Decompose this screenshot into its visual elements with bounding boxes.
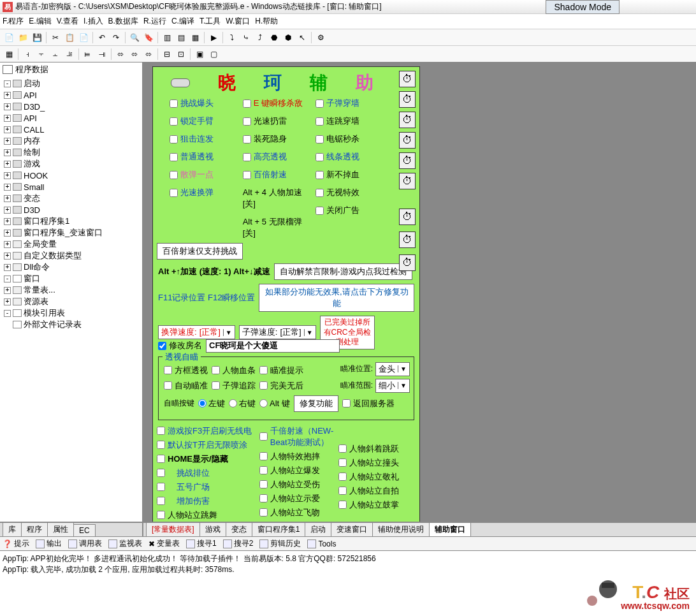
expander-icon[interactable]: + bbox=[4, 264, 11, 271]
calltable-button[interactable]: 调用表 bbox=[68, 538, 102, 549]
step-over-button[interactable]: ⤵ bbox=[226, 31, 238, 44]
option-checkbox[interactable]: 人物站立跳舞 bbox=[157, 510, 257, 521]
option-checkbox[interactable]: 普通透视 bbox=[170, 151, 238, 163]
menu-database[interactable]: B.数据库 bbox=[108, 16, 138, 27]
shadow-mode-button[interactable]: Shadow Mode bbox=[546, 0, 620, 14]
align-left-button[interactable]: ⫞ bbox=[21, 48, 34, 61]
aim-pos-combo[interactable]: 金头▼ bbox=[375, 362, 410, 376]
option-checkbox[interactable]: 人物血条 bbox=[212, 365, 256, 376]
tab-library[interactable]: 库 bbox=[3, 522, 22, 536]
tree-item[interactable]: -模块引用表 bbox=[4, 307, 142, 319]
step-out-button[interactable]: ⤴ bbox=[254, 31, 266, 44]
timer-icon[interactable]: ⏱ bbox=[399, 231, 416, 248]
option-checkbox[interactable]: 人物站立敬礼 bbox=[338, 471, 416, 483]
expander-icon[interactable]: + bbox=[4, 149, 11, 156]
tab-ec[interactable]: EC bbox=[73, 524, 96, 536]
cliphistory-button[interactable]: 剪辑历史 bbox=[259, 538, 301, 549]
timer-icon[interactable]: ⏱ bbox=[399, 91, 416, 108]
menu-edit[interactable]: E.编辑 bbox=[29, 16, 51, 27]
option-checkbox[interactable]: 自动瞄准 bbox=[164, 380, 208, 392]
same-size-button[interactable]: ⬄ bbox=[142, 48, 155, 61]
expander-icon[interactable]: + bbox=[4, 161, 11, 168]
panel1-button[interactable]: ▥ bbox=[161, 31, 173, 44]
option-checkbox[interactable]: 人物站立鼓掌 bbox=[338, 499, 416, 511]
editor-tab[interactable]: 辅助窗口 bbox=[429, 522, 471, 536]
option-checkbox[interactable]: 人物站立自拍 bbox=[338, 485, 416, 497]
tree-item[interactable]: +自定义数据类型 bbox=[4, 250, 142, 261]
new-button[interactable]: 📄 bbox=[3, 31, 15, 44]
open-button[interactable]: 📁 bbox=[17, 31, 29, 44]
tree-item[interactable]: +资源表 bbox=[4, 296, 142, 307]
auto-unban-button[interactable]: 自动解禁言限制-游戏内点我过检测 bbox=[274, 263, 412, 280]
form-designer[interactable]: 晓 珂 辅 助 ⏱ ⏱ ⏱ ⏱ ⏱ ⏱ ⏱ ⏱ ⏱ 挑战爆 bbox=[143, 62, 696, 522]
aim-radio-alt[interactable]: Alt 键 bbox=[259, 398, 290, 409]
option-checkbox[interactable]: 默认按T开启无限喷涂 bbox=[157, 439, 257, 451]
tree-item[interactable]: +API bbox=[4, 112, 142, 124]
option-checkbox[interactable]: 挑战爆头 bbox=[170, 98, 238, 109]
tree-item[interactable]: +窗口程序集_变速窗口 bbox=[4, 227, 142, 238]
option-checkbox[interactable]: 光速换弹 bbox=[170, 187, 238, 198]
form-canvas[interactable]: 晓 珂 辅 助 ⏱ ⏱ ⏱ ⏱ ⏱ ⏱ ⏱ ⏱ ⏱ 挑战爆 bbox=[152, 66, 420, 522]
option-checkbox[interactable]: 人物站立飞吻 bbox=[259, 507, 337, 518]
expander-icon[interactable]: - bbox=[4, 80, 11, 87]
timer-icon[interactable]: ⏱ bbox=[399, 71, 416, 87]
tree-item[interactable]: +内存 bbox=[4, 135, 142, 147]
option-checkbox[interactable]: 高亮透视 bbox=[243, 151, 311, 163]
editor-tab[interactable]: 辅助使用说明 bbox=[372, 522, 430, 536]
expander-icon[interactable]: + bbox=[4, 126, 11, 133]
option-checkbox[interactable]: 装死隐身 bbox=[243, 133, 311, 145]
modify-room-checkbox[interactable]: 修改房名 bbox=[158, 340, 202, 351]
align-bottom-button[interactable]: ⫡ bbox=[63, 48, 76, 61]
timer-icon[interactable]: ⏱ bbox=[399, 254, 416, 271]
align-right-button[interactable]: ⫟ bbox=[35, 48, 48, 61]
watch-button[interactable]: 监视表 bbox=[108, 538, 142, 549]
option-checkbox[interactable]: 方框透视 bbox=[164, 365, 208, 376]
copy-button[interactable]: 📋 bbox=[63, 31, 76, 44]
editor-tab[interactable]: 启动 bbox=[305, 522, 331, 536]
stop-button[interactable]: ⬢ bbox=[282, 31, 294, 44]
cut-button[interactable]: ✂ bbox=[49, 31, 62, 44]
expander-icon[interactable]: + bbox=[4, 103, 11, 110]
tree-item[interactable]: +D3D bbox=[4, 204, 142, 216]
tree-item[interactable]: +常量表... bbox=[4, 284, 142, 296]
expander-icon[interactable]: + bbox=[4, 287, 11, 294]
editor-tab[interactable]: 窗口程序集1 bbox=[252, 522, 306, 536]
option-checkbox[interactable]: 游戏按F3开启刷无线电 bbox=[157, 425, 257, 437]
option-checkbox[interactable]: 光速扔雷 bbox=[243, 115, 311, 127]
fix-hint-button[interactable]: 如果部分功能无效果,请点击下方修复功能 bbox=[259, 284, 414, 312]
tree-item[interactable]: +Dll命令 bbox=[4, 261, 142, 273]
option-checkbox[interactable]: 连跳穿墙 bbox=[315, 115, 384, 127]
menu-view[interactable]: V.查看 bbox=[57, 16, 78, 27]
step-into-button[interactable]: ⤷ bbox=[240, 31, 252, 44]
undo-button[interactable]: ↶ bbox=[96, 31, 108, 44]
option-checkbox[interactable]: 子弹穿墙 bbox=[315, 98, 384, 109]
expander-icon[interactable]: + bbox=[4, 241, 11, 248]
option-checkbox[interactable]: 完美无后 bbox=[259, 380, 303, 392]
tree-item[interactable]: +绘制 bbox=[4, 147, 142, 158]
expander-icon[interactable]: + bbox=[4, 298, 11, 305]
vartable-button[interactable]: ✖变量表 bbox=[149, 538, 180, 549]
paste-button[interactable]: 📄 bbox=[77, 31, 90, 44]
reload-speed-combo[interactable]: 换弹速度: [正常] ▼ bbox=[158, 325, 235, 339]
search1-button[interactable]: 搜寻1 bbox=[186, 538, 217, 549]
bullet-speed-combo[interactable]: 子弹速度: [正常] ▼ bbox=[239, 325, 316, 339]
option-checkbox[interactable]: 关闭广告 bbox=[315, 205, 384, 216]
find-button[interactable]: 🔍 bbox=[128, 31, 141, 44]
option-checkbox[interactable]: 千倍射速（NEW-Beat功能测试） bbox=[259, 425, 337, 448]
timer-icon[interactable]: ⏱ bbox=[399, 112, 416, 128]
tree-item[interactable]: +Small bbox=[4, 181, 142, 193]
same-width-button[interactable]: ⬄ bbox=[114, 48, 127, 61]
option-checkbox[interactable]: 人物站立示爱 bbox=[259, 493, 337, 504]
option-checkbox[interactable]: 锁定手臂 bbox=[170, 115, 238, 127]
tools-button[interactable]: Tools bbox=[307, 539, 336, 548]
aim-range-combo[interactable]: 细小▼ bbox=[375, 379, 410, 393]
editor-tab[interactable]: 游戏 bbox=[199, 522, 226, 536]
tab-program[interactable]: 程序 bbox=[21, 522, 48, 536]
option-checkbox[interactable]: 瞄准提示 bbox=[259, 365, 303, 376]
option-checkbox[interactable]: 挑战排位 bbox=[157, 467, 257, 479]
hspread-button[interactable]: ⫢ bbox=[82, 48, 94, 61]
expander-icon[interactable]: - bbox=[4, 275, 11, 282]
cursor-button[interactable]: ↖ bbox=[296, 31, 308, 44]
tree-item[interactable]: +D3D_ bbox=[4, 101, 142, 112]
option-checkbox[interactable]: 五号广场 bbox=[157, 481, 257, 493]
